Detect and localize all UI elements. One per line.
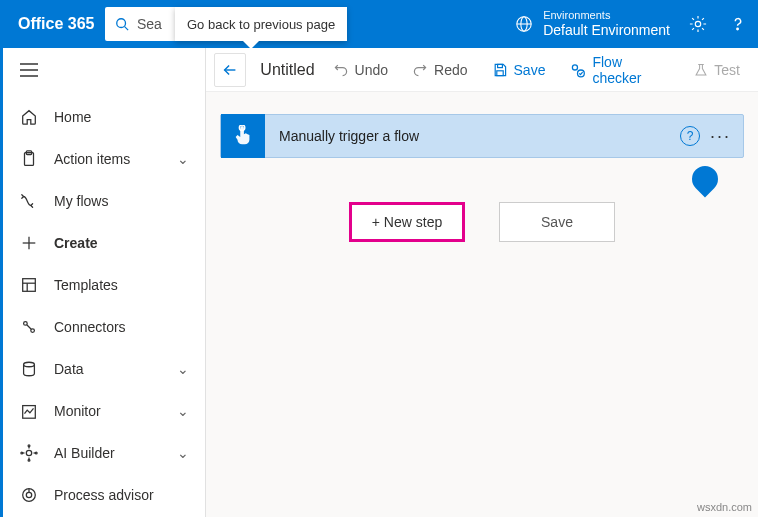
watermark: wsxdn.com [697, 501, 752, 513]
nav-toggle[interactable] [0, 48, 205, 92]
svg-line-1 [125, 27, 129, 31]
environment-text: Environments Default Environment [543, 9, 670, 39]
sidebar-item-label: Create [54, 235, 98, 251]
clipboard-icon [20, 150, 38, 168]
touch-icon [232, 125, 254, 147]
step-buttons: + New step Save [206, 202, 758, 242]
sidebar-item-label: Connectors [54, 319, 126, 335]
settings-button[interactable] [678, 0, 718, 48]
connectors-icon [20, 318, 38, 336]
gear-icon [689, 15, 707, 33]
sidebar-item-label: Monitor [54, 403, 101, 419]
sidebar-item-label: Data [54, 361, 84, 377]
redo-label: Redo [434, 62, 467, 78]
save-step-button[interactable]: Save [499, 202, 615, 242]
plus-icon [20, 234, 38, 252]
svg-point-27 [28, 445, 30, 447]
back-button[interactable] [214, 53, 246, 87]
process-icon [20, 486, 38, 504]
trigger-menu-button[interactable]: ··· [710, 126, 731, 147]
globe-icon [515, 15, 533, 33]
app-header: Office 365 Sea Go back to previous page … [0, 0, 758, 48]
svg-line-19 [27, 325, 32, 330]
svg-rect-36 [496, 70, 502, 75]
help-button[interactable] [718, 0, 758, 48]
trigger-help-button[interactable]: ? [680, 126, 700, 146]
droplet-icon [687, 161, 724, 198]
sidebar-item-process-advisor[interactable]: Process advisor [0, 474, 205, 516]
sidebar-item-label: Process advisor [54, 487, 154, 503]
arrow-left-icon [221, 61, 239, 79]
save-icon [492, 62, 508, 78]
templates-icon [20, 276, 38, 294]
home-icon [20, 108, 38, 126]
back-tooltip: Go back to previous page [175, 7, 347, 41]
flask-icon [694, 62, 708, 78]
data-icon [20, 360, 38, 378]
sidebar-item-action-items[interactable]: Action items ⌄ [0, 138, 205, 180]
sidebar-item-monitor[interactable]: Monitor ⌄ [0, 390, 205, 432]
flow-checker-button[interactable]: Flow checker [559, 48, 680, 92]
nav-list: Home Action items ⌄ My flows Create Temp… [0, 92, 205, 516]
sidebar-item-my-flows[interactable]: My flows [0, 180, 205, 222]
trigger-tile [221, 114, 265, 158]
svg-rect-35 [497, 64, 502, 67]
chevron-down-icon: ⌄ [177, 151, 189, 167]
checker-label: Flow checker [592, 54, 670, 86]
svg-point-28 [28, 459, 30, 461]
brand-logo: Office 365 [0, 15, 105, 33]
sidebar-item-ai-builder[interactable]: AI Builder ⌄ [0, 432, 205, 474]
trigger-card[interactable]: Manually trigger a flow ? ··· [220, 114, 744, 158]
svg-point-29 [21, 452, 23, 454]
test-button[interactable]: Test [684, 56, 750, 84]
sidebar-item-connectors[interactable]: Connectors [0, 306, 205, 348]
svg-rect-14 [23, 279, 36, 292]
chevron-down-icon: ⌄ [177, 403, 189, 419]
ai-icon [20, 444, 38, 462]
sidebar-item-home[interactable]: Home [0, 96, 205, 138]
svg-point-17 [24, 322, 28, 326]
environment-label: Environments [543, 9, 670, 22]
save-label: Save [514, 62, 546, 78]
help-icon [729, 15, 747, 33]
svg-point-5 [695, 21, 700, 26]
sidebar-item-label: My flows [54, 193, 108, 209]
designer-toolbar: Untitled Undo Redo Save Flow checker Tes… [206, 48, 758, 92]
svg-point-0 [117, 19, 126, 28]
svg-point-22 [26, 450, 31, 455]
hamburger-icon [20, 63, 38, 77]
sidebar-item-label: Action items [54, 151, 130, 167]
trigger-label: Manually trigger a flow [265, 128, 680, 144]
chevron-down-icon: ⌄ [177, 361, 189, 377]
environment-picker[interactable]: Environments Default Environment [515, 9, 678, 39]
checker-icon [569, 61, 586, 79]
new-step-button[interactable]: + New step [349, 202, 465, 242]
sidebar: Home Action items ⌄ My flows Create Temp… [0, 48, 206, 517]
svg-point-18 [31, 329, 35, 333]
redo-button[interactable]: Redo [402, 56, 477, 84]
environment-value: Default Environment [543, 22, 670, 39]
svg-point-6 [737, 28, 738, 29]
sidebar-item-templates[interactable]: Templates [0, 264, 205, 306]
undo-icon [333, 62, 349, 78]
sidebar-item-create[interactable]: Create [0, 222, 205, 264]
designer-canvas: Untitled Undo Redo Save Flow checker Tes… [206, 48, 758, 517]
chevron-down-icon: ⌄ [177, 445, 189, 461]
redo-icon [412, 62, 428, 78]
test-label: Test [714, 62, 740, 78]
undo-button[interactable]: Undo [323, 56, 398, 84]
sidebar-item-label: AI Builder [54, 445, 115, 461]
flow-title[interactable]: Untitled [260, 61, 314, 79]
search-text: Sea [137, 16, 162, 32]
undo-label: Undo [355, 62, 388, 78]
search-icon [115, 17, 129, 31]
search-box[interactable]: Sea [105, 7, 175, 41]
sidebar-item-label: Templates [54, 277, 118, 293]
svg-point-37 [573, 64, 578, 69]
sidebar-item-label: Home [54, 109, 91, 125]
monitor-icon [20, 402, 38, 420]
svg-point-32 [26, 492, 31, 497]
flow-icon [20, 192, 38, 210]
sidebar-item-data[interactable]: Data ⌄ [0, 348, 205, 390]
save-button[interactable]: Save [482, 56, 556, 84]
